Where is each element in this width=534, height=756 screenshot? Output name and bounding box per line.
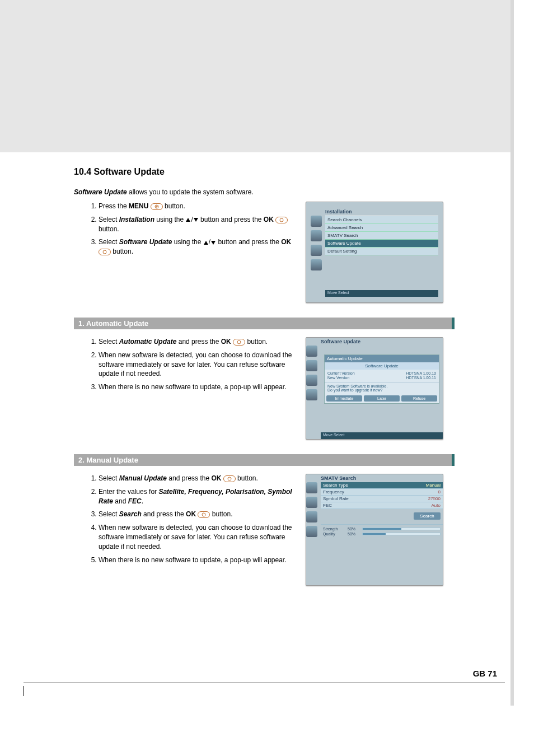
down-arrow-icon — [210, 240, 216, 245]
up-arrow-icon — [185, 217, 191, 222]
section-title: 10.4 Software Update — [74, 167, 455, 177]
ok-button-icon — [99, 249, 111, 255]
svg-rect-6 — [276, 217, 288, 223]
menu-row: Search Channels — [325, 216, 438, 224]
field-row: FECAuto — [321, 502, 443, 509]
svg-point-11 — [103, 250, 106, 254]
tv-icon — [306, 482, 317, 493]
installation-menu-screenshot: Installation Search ChannelsAdvanced Sea… — [306, 202, 443, 303]
up-arrow-icon — [203, 240, 209, 245]
field-row: Symbol Rate27500 — [321, 496, 443, 502]
popup-button: Later — [364, 395, 400, 402]
menu-row: SMATV Search — [325, 232, 438, 240]
automatic-update-heading: 1. Automatic Update — [74, 318, 455, 329]
gear-icon — [311, 245, 322, 256]
intro-text: Software Update allows you to update the… — [74, 188, 455, 196]
footer-tick — [24, 686, 24, 696]
svg-rect-16 — [198, 512, 210, 518]
tv-icon — [306, 346, 317, 357]
ok-button-icon — [233, 339, 245, 346]
gear-icon — [306, 375, 317, 386]
globe-icon — [306, 497, 317, 508]
ok-button-icon — [198, 511, 210, 518]
menu-row: Advanced Search — [325, 224, 438, 232]
menu-button-icon — [151, 203, 163, 210]
page-edge-strip — [510, 0, 514, 706]
tools-icon — [306, 389, 317, 400]
svg-marker-9 — [211, 241, 216, 245]
svg-rect-10 — [99, 249, 111, 255]
menu-row: Software Update — [325, 240, 438, 248]
globe-icon — [306, 360, 317, 371]
down-arrow-icon — [193, 217, 199, 222]
svg-rect-12 — [233, 339, 245, 345]
globe-icon — [311, 230, 322, 241]
tools-icon — [306, 526, 317, 537]
svg-point-13 — [237, 340, 241, 344]
popup-button: Refuse — [401, 395, 437, 402]
ok-button-icon — [223, 475, 236, 482]
field-row: Frequency0 — [321, 489, 443, 496]
gear-icon — [306, 511, 317, 522]
svg-marker-8 — [204, 241, 208, 245]
svg-point-15 — [228, 477, 231, 480]
manual-update-heading: 2. Manual Update — [74, 454, 455, 466]
svg-rect-14 — [223, 475, 235, 482]
ok-button-icon — [275, 217, 288, 223]
svg-point-7 — [280, 218, 283, 222]
manual-steps: Select Manual Update and press the OK bu… — [99, 474, 299, 564]
field-row: Search TypeManual — [321, 482, 443, 489]
smatv-search-screenshot: SMATV Search Search TypeManualFrequency0… — [306, 474, 443, 586]
header-gray-block — [0, 0, 514, 152]
tv-icon — [311, 216, 322, 227]
search-button: Search — [414, 512, 441, 520]
svg-point-17 — [202, 513, 205, 516]
popup-button: Immediate — [326, 395, 362, 402]
page-number: GB 71 — [473, 669, 497, 678]
software-update-popup-screenshot: Software Update Automatic Update Softwar… — [306, 337, 443, 440]
menu-row: Default Setting — [325, 248, 438, 255]
main-steps: Press the MENU button. Select Installati… — [99, 202, 299, 256]
svg-marker-4 — [186, 218, 190, 222]
footer-rule — [24, 683, 505, 683]
auto-steps: Select Automatic Update and press the OK… — [99, 337, 299, 392]
svg-marker-5 — [194, 218, 198, 222]
tools-icon — [311, 259, 322, 270]
